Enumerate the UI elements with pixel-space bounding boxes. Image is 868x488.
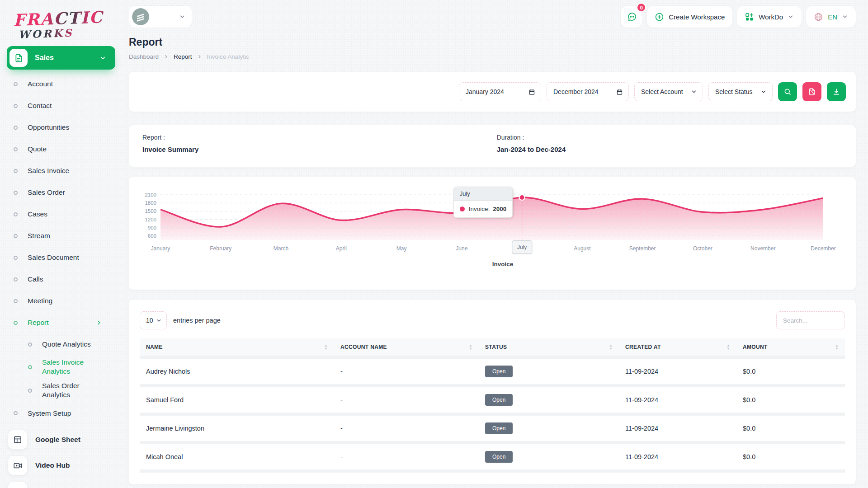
sidebar-item-account[interactable]: Account	[0, 73, 122, 95]
sidebar-item-stream[interactable]: Stream	[0, 225, 122, 247]
cell-name: Audrey Nichols	[140, 357, 334, 386]
workdo-label: WorkDo	[759, 13, 783, 21]
sidebar-item-label: Quote	[28, 145, 47, 153]
sidebar-subitem-sales-invoice-analytics[interactable]: Sales Invoice Analytics	[0, 355, 122, 379]
sidebar-module-sales[interactable]: Sales	[7, 46, 115, 70]
y-tick-label: 1500	[145, 208, 156, 214]
create-workspace-label: Create Workspace	[669, 13, 725, 21]
sheet-icon	[8, 430, 27, 449]
topbar: 0 Create Workspace WorkDo	[129, 0, 856, 33]
x-tick-label: June	[456, 245, 467, 252]
start-date-value: January 2024	[466, 88, 504, 95]
column-header-amount[interactable]: AMOUNT▲▼	[736, 338, 845, 357]
entries-select[interactable]: 10	[140, 311, 167, 329]
x-tick-label: March	[274, 245, 288, 252]
sort-icon: ▲▼	[324, 344, 328, 350]
chevron-down-icon	[99, 55, 106, 61]
search-input[interactable]	[776, 311, 845, 329]
bullet-icon	[14, 234, 18, 238]
x-tick-label: July	[512, 240, 532, 254]
bullet-icon	[14, 411, 18, 415]
status-badge: Open	[485, 422, 513, 434]
breadcrumb-report[interactable]: Report	[174, 53, 192, 60]
x-tick-label: November	[750, 245, 775, 252]
table-row[interactable]: Audrey Nichols - Open 11-09-2024 $0.0	[140, 357, 845, 386]
breadcrumb-dashboard[interactable]: Dashboard	[129, 53, 159, 60]
sidebar-item-label: Cases	[28, 210, 47, 218]
sidebar-item-meeting[interactable]: Meeting	[0, 290, 122, 312]
chevron-down-icon	[788, 14, 794, 20]
sidebar-item-calls[interactable]: Calls	[0, 268, 122, 290]
tooltip-series-label: Invoice:	[469, 206, 490, 212]
sidebar-item-sales-order[interactable]: Sales Order	[0, 182, 122, 203]
search-filter-button[interactable]	[778, 82, 797, 101]
x-tick-label: May	[396, 245, 407, 252]
table-card: 10 entries per page NAME▲▼ACCOUNT NAME▲▼…	[129, 300, 856, 484]
x-tick-label: January	[151, 245, 170, 252]
sidebar-item-sales-document[interactable]: Sales Document	[0, 247, 122, 268]
entries-select-value: 10	[146, 317, 153, 324]
table-controls: 10 entries per page	[140, 311, 845, 329]
cell-status: Open	[479, 443, 619, 471]
sort-icon: ▲▼	[835, 344, 839, 350]
brand-line1: FRACTIC	[13, 8, 122, 28]
y-tick-label: 1800	[145, 200, 156, 206]
clear-filter-button[interactable]	[802, 82, 821, 101]
table-row[interactable]: Samuel Ford - Open 11-09-2024 $0.0	[140, 386, 845, 414]
bullet-icon	[14, 104, 18, 108]
bullet-icon	[14, 277, 18, 282]
bullet-icon	[14, 299, 18, 303]
workdo-menu-button[interactable]: WorkDo	[737, 6, 802, 28]
search-icon	[783, 88, 792, 96]
breadcrumb-invoice-analytic: Invoice Analytic	[207, 53, 249, 60]
account-select[interactable]: Select Account	[634, 82, 703, 101]
x-tick-label: April	[336, 245, 347, 252]
chevron-down-icon	[691, 89, 697, 95]
language-select[interactable]: EN	[806, 6, 856, 28]
table-row[interactable]: Jermaine Livingston - Open 11-09-2024 $0…	[140, 414, 845, 443]
language-label: EN	[828, 13, 837, 21]
bullet-icon	[28, 365, 32, 369]
download-button[interactable]	[827, 82, 846, 101]
sidebar-item-sales-invoice[interactable]: Sales Invoice	[0, 160, 122, 182]
table-row[interactable]: Micah Oneal - Open 11-09-2024 $0.0	[140, 443, 845, 471]
brand-logo[interactable]: FRACTIC WORKS	[13, 8, 123, 40]
create-workspace-button[interactable]: Create Workspace	[647, 6, 732, 28]
sidebar-subitem-quote-analytics[interactable]: Quote Analytics	[0, 333, 122, 355]
invoice-chart[interactable]: 2100180015001200900600 July Invoice: 200…	[140, 193, 845, 240]
cell-name: Samuel Ford	[140, 386, 334, 414]
end-date-value: December 2024	[553, 88, 599, 95]
tooltip-value: 2000	[493, 206, 506, 212]
sidebar-subitem-sales-order-analytics[interactable]: Sales Order Analytics	[0, 379, 122, 402]
app-icon	[8, 482, 27, 488]
start-date-input[interactable]: January 2024	[459, 82, 541, 101]
chart-legend[interactable]: Invoice	[160, 261, 845, 267]
video-icon	[8, 456, 27, 475]
chevron-down-icon	[760, 89, 767, 95]
tooltip-title: July	[454, 187, 513, 201]
sort-icon: ▲▼	[609, 344, 613, 350]
sidebar-item-opportunities[interactable]: Opportunities	[0, 117, 122, 138]
sidebar-item-system-setup[interactable]: System Setup	[0, 403, 122, 424]
column-header-account-name[interactable]: ACCOUNT NAME▲▼	[334, 338, 479, 357]
column-header-created-at[interactable]: CREATED AT▲▼	[619, 338, 736, 357]
app-item-google-sheet[interactable]: Google Sheet	[0, 427, 122, 453]
end-date-input[interactable]: December 2024	[547, 82, 629, 101]
messages-button[interactable]: 0	[621, 6, 642, 28]
status-badge: Open	[485, 394, 513, 406]
sidebar-item-cases[interactable]: Cases	[0, 203, 122, 225]
sidebar-item-quote[interactable]: Quote	[0, 138, 122, 160]
sidebar-item-label: Stream	[28, 232, 50, 240]
column-header-status[interactable]: STATUS▲▼	[479, 338, 619, 357]
workspace-avatar	[132, 8, 149, 25]
download-icon	[832, 88, 840, 96]
status-select[interactable]: Select Status	[708, 82, 773, 101]
column-header-name[interactable]: NAME▲▼	[140, 338, 334, 357]
app-item-partial[interactable]	[0, 479, 122, 488]
sidebar-item-contact[interactable]: Contact	[0, 95, 122, 117]
chart-card: 2100180015001200900600 July Invoice: 200…	[129, 177, 856, 290]
sidebar-item-label: Opportunities	[28, 123, 69, 131]
app-item-video-hub[interactable]: Video Hub	[0, 453, 122, 479]
sidebar-item-report[interactable]: Report	[0, 312, 122, 333]
workspace-select[interactable]	[129, 5, 192, 28]
